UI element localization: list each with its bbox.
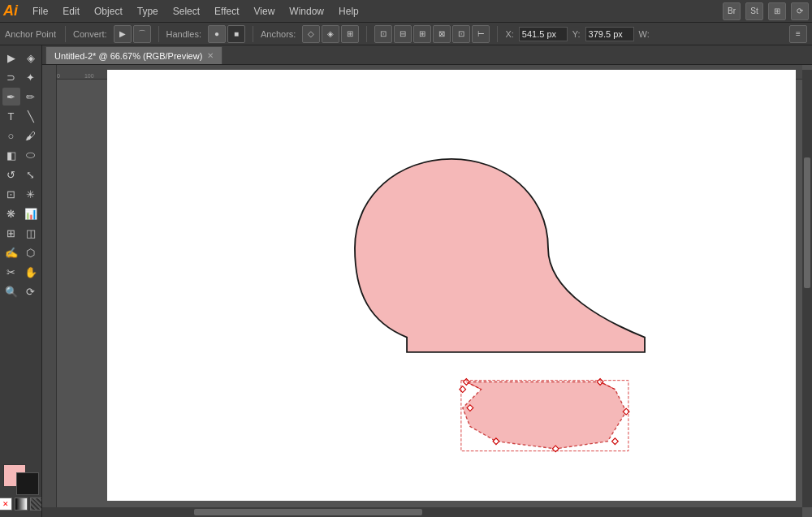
- vertical-scrollbar[interactable]: [802, 70, 812, 507]
- none-icon[interactable]: ✕: [0, 498, 12, 511]
- direct-select-tool[interactable]: ◈: [22, 49, 40, 67]
- zoom-tool[interactable]: 🔍: [2, 282, 20, 300]
- column-graph-tool[interactable]: 📊: [22, 205, 40, 222]
- handles-group: ● ■: [208, 25, 245, 43]
- type-tool[interactable]: T: [2, 107, 20, 125]
- horizontal-scrollbar[interactable]: [42, 507, 802, 517]
- paintbrush-tool[interactable]: 🖌: [22, 127, 40, 144]
- align-group: ⊡ ⊟ ⊞ ⊠ ⊡ ⊢: [374, 25, 490, 43]
- canvas-area[interactable]: Untitled-2* @ 66.67% (RGB/Preview) ✕ 0 1…: [42, 45, 812, 517]
- pen-tool[interactable]: ✒: [2, 88, 20, 106]
- anchor-pt-4[interactable]: [612, 438, 619, 445]
- pencil-tool[interactable]: ✏: [22, 88, 40, 106]
- v-scroll-thumb[interactable]: [804, 157, 810, 289]
- handles-btn2[interactable]: ■: [227, 25, 245, 43]
- tick-0: 0: [57, 73, 60, 79]
- anchor-point-label: Anchor Point: [5, 29, 56, 39]
- line-tool[interactable]: ╲: [22, 107, 40, 125]
- menu-select[interactable]: Select: [166, 4, 206, 19]
- y-input[interactable]: [585, 27, 634, 41]
- color-section: ✕: [0, 461, 42, 514]
- head-shape-group: [355, 159, 645, 449]
- eyedropper-tool[interactable]: ✍: [2, 243, 20, 261]
- align-btn5[interactable]: ⊡: [452, 25, 470, 43]
- blend-tool[interactable]: ⬡: [22, 243, 40, 261]
- menu-help[interactable]: Help: [332, 4, 365, 19]
- bridge-btn[interactable]: Br: [723, 2, 741, 20]
- align-btn3[interactable]: ⊞: [413, 25, 431, 43]
- hand-tool[interactable]: ✋: [22, 263, 40, 281]
- menu-bar: Ai File Edit Object Type Select Effect V…: [0, 0, 812, 23]
- convert-smooth-btn[interactable]: ⌒: [133, 25, 151, 43]
- separator-3: [253, 26, 253, 42]
- tool-row-rotate: ↺ ⤡: [2, 166, 40, 183]
- background-color[interactable]: [16, 472, 39, 495]
- eraser-tool[interactable]: ◧: [2, 146, 20, 164]
- gradient-tool[interactable]: ◫: [22, 224, 40, 242]
- tool-row-mesh: ⊞ ◫: [2, 224, 40, 242]
- menu-window[interactable]: Window: [283, 4, 330, 19]
- magic-wand-tool[interactable]: ✦: [22, 68, 40, 86]
- separator-5: [497, 26, 498, 42]
- scissors-tool[interactable]: ✂: [2, 263, 20, 281]
- menu-effect[interactable]: Effect: [208, 4, 245, 19]
- h-scroll-thumb[interactable]: [194, 509, 422, 515]
- symbol-sprayer-tool[interactable]: ❋: [2, 205, 20, 222]
- menu-file[interactable]: File: [26, 4, 54, 19]
- align-btn1[interactable]: ⊡: [374, 25, 392, 43]
- body-path[interactable]: [463, 382, 626, 449]
- anchor-btn2[interactable]: ◈: [322, 25, 339, 43]
- sync-btn[interactable]: ⟳: [791, 2, 809, 20]
- align-btn2[interactable]: ⊟: [394, 25, 412, 43]
- rotate-view-tool[interactable]: ⟳: [22, 282, 40, 300]
- free-transform-tool[interactable]: ⊡: [2, 185, 20, 203]
- color-mode-row: ✕: [0, 498, 42, 511]
- handles-btn1[interactable]: ●: [208, 25, 226, 43]
- convert-corner-btn[interactable]: ▶: [114, 25, 132, 43]
- puppet-warp-tool[interactable]: ✳: [22, 185, 40, 203]
- tab-close-btn[interactable]: ✕: [207, 51, 214, 60]
- scale-tool[interactable]: ⤡: [22, 166, 40, 183]
- tab-title: Untitled-2* @ 66.67% (RGB/Preview): [54, 51, 202, 61]
- more-options-btn[interactable]: ≡: [789, 25, 807, 43]
- x-label: X:: [505, 29, 513, 39]
- menu-view[interactable]: View: [248, 4, 282, 19]
- tool-row-symbol: ❋ 📊: [2, 205, 40, 222]
- stock-btn[interactable]: St: [745, 2, 763, 20]
- mesh-tool[interactable]: ⊞: [2, 224, 20, 242]
- pattern-icon[interactable]: [30, 498, 43, 511]
- tick-100: 100: [84, 73, 94, 79]
- toolbar-right: ≡: [789, 25, 807, 43]
- tool-row-eraser: ◧ ⬭: [2, 146, 40, 164]
- anchor-pt-8[interactable]: [460, 386, 466, 393]
- ruler-vertical: [42, 65, 57, 507]
- tool-row-pen: ⊃ ✦: [2, 68, 40, 86]
- w-label: W:: [639, 29, 650, 39]
- document-tab[interactable]: Untitled-2* @ 66.67% (RGB/Preview) ✕: [45, 46, 222, 64]
- convert-label: Convert:: [73, 29, 107, 39]
- handles-label: Handles:: [166, 29, 201, 39]
- anchor-btn1[interactable]: ◇: [302, 25, 320, 43]
- arrange-btn[interactable]: ⊞: [768, 2, 786, 20]
- align-btn4[interactable]: ⊠: [433, 25, 451, 43]
- ellipse-tool[interactable]: ○: [2, 127, 20, 144]
- blob-brush-tool[interactable]: ⬭: [22, 146, 40, 164]
- separator-4: [366, 26, 367, 42]
- gradient-icon[interactable]: [15, 498, 28, 511]
- anchor-btn3[interactable]: ⊞: [341, 25, 359, 43]
- menu-edit[interactable]: Edit: [56, 4, 86, 19]
- menu-type[interactable]: Type: [131, 4, 165, 19]
- tool-row-pen2: ✒ ✏: [2, 88, 40, 106]
- select-tool[interactable]: ▶: [2, 49, 20, 67]
- rotate-tool[interactable]: ↺: [2, 166, 20, 183]
- menu-icons: Br St ⊞ ⟳: [723, 2, 809, 20]
- separator-2: [158, 26, 159, 42]
- menu-object[interactable]: Object: [88, 4, 129, 19]
- head-path[interactable]: [355, 159, 645, 352]
- lasso-tool[interactable]: ⊃: [2, 68, 20, 86]
- align-btn6[interactable]: ⊢: [472, 25, 490, 43]
- tool-row-eyedropper: ✍ ⬡: [2, 243, 40, 261]
- x-input[interactable]: [519, 27, 568, 41]
- artboard: [107, 70, 796, 501]
- separator-1: [65, 26, 66, 42]
